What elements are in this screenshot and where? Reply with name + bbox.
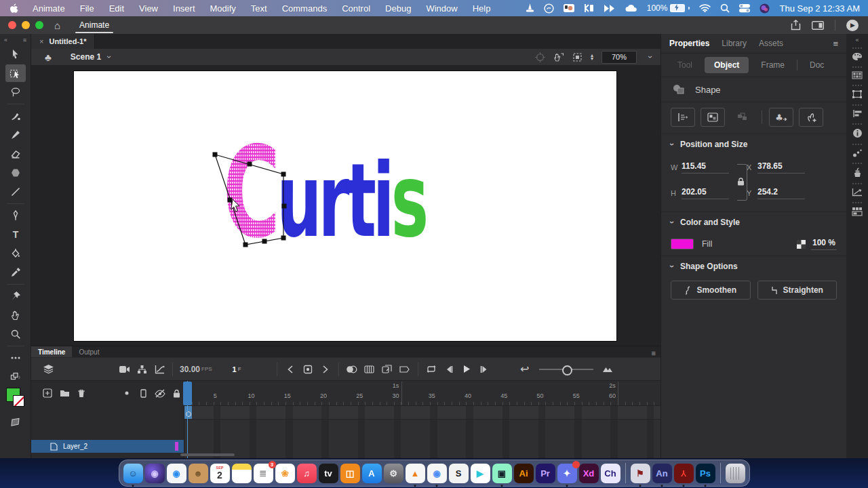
scene-label[interactable]: Scene 1 xyxy=(71,52,101,62)
section-color-style[interactable]: › Color and Style xyxy=(661,212,846,232)
selection-tool[interactable] xyxy=(5,45,26,63)
info-panel-icon[interactable] xyxy=(852,123,863,138)
dock-books[interactable]: ◫ xyxy=(340,464,360,483)
menu-item[interactable]: Animate xyxy=(25,3,73,14)
camera-button[interactable] xyxy=(115,361,133,378)
scene-chevron-icon[interactable]: › xyxy=(104,56,114,58)
dock-safari[interactable]: ◉ xyxy=(167,464,186,483)
layer-outline-color[interactable] xyxy=(175,442,178,451)
frame-label-button[interactable] xyxy=(396,361,414,378)
oval-tool[interactable] xyxy=(5,164,26,182)
dock-photos[interactable]: ❀ xyxy=(275,464,295,483)
eraser-tool[interactable] xyxy=(5,145,26,163)
outline-layers-toggle[interactable] xyxy=(136,389,151,398)
menu-item[interactable]: Edit xyxy=(102,3,132,14)
cloud-icon[interactable] xyxy=(625,4,637,12)
edit-toolbar-icon[interactable] xyxy=(5,349,26,367)
dock-handtruck-app[interactable]: ⚑ xyxy=(631,464,650,483)
dock-vlc[interactable]: ▲ xyxy=(406,464,425,483)
pen-tool[interactable] xyxy=(5,207,26,224)
minimize-window-button[interactable] xyxy=(22,21,30,29)
menubar-clock[interactable]: Thu Sep 2 12:33 AM xyxy=(779,3,860,14)
brushes-panel-icon[interactable] xyxy=(852,144,863,157)
swap-colors-icon[interactable] xyxy=(5,368,26,386)
asset-warp-tool[interactable] xyxy=(5,287,26,305)
current-frame-field[interactable]: 1F xyxy=(230,361,244,378)
dock-divider-2[interactable] xyxy=(720,463,721,483)
close-document-icon[interactable]: × xyxy=(39,37,43,45)
section-shape-options[interactable]: › Shape Options xyxy=(661,256,846,277)
add-to-assets-button[interactable] xyxy=(799,108,823,127)
close-window-button[interactable] xyxy=(8,21,16,29)
menu-item[interactable]: Text xyxy=(243,3,275,14)
center-stage-icon[interactable] xyxy=(572,52,583,62)
menu-item[interactable]: Help xyxy=(465,3,498,14)
hide-layers-toggle[interactable] xyxy=(153,389,167,398)
reset-timeline-zoom-button[interactable]: ↩ xyxy=(516,361,534,378)
highlight-layers-toggle[interactable] xyxy=(119,391,134,395)
onion-skin-outlines-button[interactable] xyxy=(361,361,378,378)
zoom-level-field[interactable]: 70% xyxy=(601,51,637,64)
next-keyframe-button[interactable] xyxy=(317,361,334,378)
insert-keyframe-button[interactable] xyxy=(299,361,317,378)
subtab-frame[interactable]: Frame xyxy=(751,57,794,73)
frames-area[interactable]: 510152025303540455055601s2s xyxy=(184,381,661,458)
dock-apple-tv[interactable]: tv xyxy=(319,464,338,483)
keyframe-cell[interactable] xyxy=(184,406,192,419)
dock-character-animator[interactable]: Ch xyxy=(601,464,620,483)
dock-illustrator[interactable]: Ai xyxy=(514,464,534,483)
dock-xd[interactable]: Xd xyxy=(579,464,599,483)
recorder-icon[interactable] xyxy=(564,3,574,13)
timeline-horizontal-scrollbar[interactable] xyxy=(180,453,235,456)
dock-discord[interactable]: ✦ xyxy=(557,464,577,483)
menu-item[interactable]: Control xyxy=(334,3,378,14)
spotlight-icon[interactable] xyxy=(720,3,730,13)
swatches-panel-icon[interactable] xyxy=(852,66,863,79)
fill-stroke-swatches[interactable] xyxy=(5,388,26,408)
timeline-ruler[interactable]: 510152025303540455055601s2s xyxy=(184,381,661,406)
group-button[interactable] xyxy=(701,108,725,127)
creative-cloud-icon[interactable] xyxy=(544,3,554,14)
tab-output[interactable]: Output xyxy=(72,346,106,357)
layer-name[interactable]: Layer_2 xyxy=(63,443,87,450)
dock-trash[interactable] xyxy=(726,464,745,483)
dock-divider-1[interactable] xyxy=(625,463,626,483)
resize-timeline-view-button[interactable] xyxy=(599,361,616,378)
dock-system-preferences[interactable]: ⚙ xyxy=(384,464,403,483)
home-tab[interactable]: Animate xyxy=(70,16,119,34)
alpha-checker-icon[interactable] xyxy=(797,240,806,249)
dock-streamlabs[interactable]: ▣ xyxy=(492,464,512,483)
curtis-artwork[interactable]: Curtis xyxy=(223,130,425,256)
dock-calendar[interactable]: SEP 2 xyxy=(210,464,230,483)
fill-alpha-field[interactable]: 100 % xyxy=(811,238,837,250)
section-position-size[interactable]: › Position and Size xyxy=(661,134,846,155)
share-button[interactable] xyxy=(791,20,801,30)
menu-item[interactable]: File xyxy=(73,3,102,14)
vlc-cone-icon[interactable] xyxy=(526,3,534,13)
new-layer-button[interactable] xyxy=(41,388,55,398)
color-panel-icon[interactable] xyxy=(852,47,863,61)
dock-music[interactable]: ♫ xyxy=(297,464,317,483)
hand-tool[interactable] xyxy=(5,306,26,324)
subtab-doc[interactable]: Doc xyxy=(800,57,833,73)
step-forward-button[interactable] xyxy=(475,361,493,378)
zoom-window-button[interactable] xyxy=(35,21,43,29)
play-button[interactable] xyxy=(458,361,475,378)
input-source-icon[interactable] xyxy=(584,3,594,13)
clip-content-icon[interactable] xyxy=(553,52,564,62)
rotate-stage-icon[interactable] xyxy=(535,52,545,62)
tools-menu-icon[interactable]: ≡ xyxy=(23,37,26,43)
layers-icon[interactable] xyxy=(39,361,57,378)
menu-item[interactable]: View xyxy=(132,3,165,14)
break-apart-button[interactable] xyxy=(671,108,695,127)
straighten-button[interactable]: Straighten xyxy=(757,281,837,300)
fluid-brush-tool[interactable] xyxy=(5,107,26,125)
subtab-tool[interactable]: Tool xyxy=(668,57,702,73)
collapse-strip-icon[interactable]: « xyxy=(855,37,859,43)
transform-panel-icon[interactable] xyxy=(852,85,863,99)
timeline-menu-icon[interactable]: ≡ xyxy=(652,349,656,357)
letter-c[interactable]: C xyxy=(223,130,277,256)
lasso-tool[interactable] xyxy=(5,83,26,101)
components-panel-icon[interactable] xyxy=(852,202,863,216)
test-movie-button[interactable]: ▶ xyxy=(846,20,859,31)
